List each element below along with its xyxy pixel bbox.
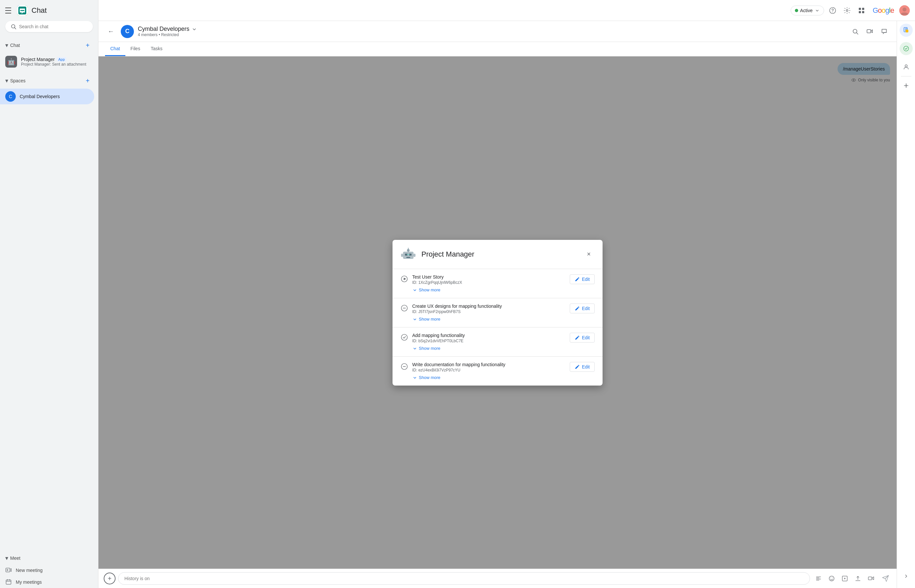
search-input[interactable]	[19, 24, 87, 29]
show-more-2[interactable]: Show more	[400, 317, 595, 322]
show-more-4[interactable]: Show more	[400, 375, 595, 380]
my-meetings-item[interactable]: My meetings	[0, 576, 98, 588]
svg-rect-20	[862, 11, 864, 13]
message-input[interactable]	[118, 572, 810, 585]
svg-point-4	[23, 10, 24, 11]
spaces-section: ▾ Spaces + C Cymbal Developers	[0, 71, 98, 106]
modal-item-2: Create UX designs for mapping functional…	[393, 298, 603, 328]
apps-button[interactable]	[855, 5, 867, 16]
edit-button-3[interactable]: Edit	[570, 333, 595, 342]
modal-item-1: Test User Story ID: 1XcZgrPqqUjnlW6pBczX	[393, 269, 603, 298]
tasks-widget-button[interactable]	[900, 42, 913, 55]
svg-line-24	[857, 32, 858, 34]
emoji-button[interactable]	[826, 573, 837, 585]
modal-item-3-text: Add mapping functionality ID: bSq2vi1dvV…	[412, 333, 564, 343]
status-dash-icon-2	[400, 304, 408, 312]
hamburger-menu-icon[interactable]	[5, 6, 13, 15]
tab-tasks[interactable]: Tasks	[145, 42, 168, 56]
chat-section-title: ▾ Chat	[5, 42, 20, 49]
input-bar: +	[99, 569, 897, 588]
svg-point-42	[401, 334, 407, 340]
user-avatar[interactable]	[899, 5, 910, 16]
sidebar-item-cymbal-developers[interactable]: C Cymbal Developers	[0, 89, 94, 104]
svg-rect-53	[905, 29, 908, 32]
back-button[interactable]: ←	[105, 26, 117, 37]
chevron-down-1-icon	[412, 288, 417, 293]
space-meta: 4 members • Restricted	[138, 32, 849, 37]
people-widget-button[interactable]	[900, 60, 913, 73]
search-bar[interactable]	[5, 21, 93, 32]
modal: Project Manager ×	[393, 240, 603, 386]
cymbal-avatar: C	[5, 91, 16, 102]
status-play-icon	[400, 275, 408, 283]
header-chat-button[interactable]	[878, 26, 890, 37]
svg-point-15	[832, 11, 833, 12]
content-row: ← C Cymbal Developers 4 members • R	[99, 21, 915, 588]
sidebar-header: Chat	[0, 0, 98, 21]
chat-section: ▾ Chat + 🤖 Project Manager App Project M…	[0, 36, 98, 71]
upload-button[interactable]	[852, 573, 864, 585]
modal-item-3-row: Add mapping functionality ID: bSq2vi1dvV…	[400, 333, 595, 343]
status-indicator[interactable]: Active	[791, 6, 824, 15]
add-content-button[interactable]: +	[104, 573, 116, 585]
text-format-button[interactable]	[813, 573, 824, 585]
svg-rect-18	[862, 8, 864, 10]
search-icon	[11, 24, 16, 29]
tab-chat[interactable]: Chat	[105, 42, 125, 56]
svg-point-45	[829, 576, 834, 581]
chat-section-header[interactable]: ▾ Chat +	[0, 37, 98, 53]
edit-button-1[interactable]: Edit	[570, 274, 595, 284]
add-widget-button[interactable]	[900, 79, 913, 92]
robot-icon	[400, 246, 416, 262]
new-meeting-item[interactable]: New meeting	[0, 564, 98, 576]
new-space-button[interactable]: +	[82, 76, 93, 86]
svg-point-16	[846, 10, 848, 11]
svg-rect-10	[6, 580, 11, 584]
app-logo-icon	[17, 5, 27, 16]
modal-header: Project Manager ×	[393, 240, 603, 269]
send-button[interactable]	[879, 573, 891, 585]
svg-marker-39	[404, 278, 406, 280]
settings-button[interactable]	[841, 5, 853, 16]
top-right-bar: Active	[99, 0, 915, 21]
header-search-button[interactable]	[849, 26, 861, 37]
modal-item-4-row: Write documentation for mapping function…	[400, 362, 595, 372]
left-sidebar: Chat ▾ Chat + 🤖	[0, 0, 99, 588]
sidebar-item-project-manager[interactable]: 🤖 Project Manager App Project Manager: S…	[0, 53, 94, 70]
new-meeting-icon	[5, 567, 12, 573]
edit-button-2[interactable]: Edit	[570, 304, 595, 313]
svg-rect-33	[408, 248, 409, 250]
svg-point-55	[905, 65, 907, 67]
edit-button-4[interactable]: Edit	[570, 362, 595, 372]
chevron-down-4-icon	[412, 375, 417, 380]
show-more-3[interactable]: Show more	[400, 346, 595, 351]
header-meet-button[interactable]	[864, 26, 876, 37]
docs-widget-button[interactable]	[900, 24, 913, 37]
svg-point-2	[20, 10, 22, 11]
new-chat-button[interactable]: +	[82, 40, 93, 50]
right-column: Active	[99, 0, 915, 588]
google-logo: Google	[873, 6, 894, 15]
modal-item-2-text: Create UX designs for mapping functional…	[412, 304, 564, 314]
modal-item-4-text: Write documentation for mapping function…	[412, 362, 564, 372]
modal-close-button[interactable]: ×	[583, 249, 595, 260]
meet-section-title: ▾ Meet	[5, 554, 20, 562]
right-sidebar-widgets	[897, 21, 915, 588]
space-info: Cymbal Developers 4 members • Restricted	[138, 26, 849, 37]
tab-files[interactable]: Files	[125, 42, 146, 56]
attachment-button[interactable]	[839, 573, 851, 585]
svg-point-22	[902, 8, 907, 11]
right-sidebar-divider	[901, 76, 912, 76]
tabs: Chat Files Tasks	[99, 42, 897, 57]
video-button[interactable]	[865, 573, 877, 585]
svg-point-3	[22, 10, 23, 11]
space-icon: C	[121, 25, 134, 38]
right-sidebar-expand[interactable]	[900, 570, 913, 585]
svg-rect-34	[401, 254, 403, 257]
svg-line-6	[15, 27, 16, 29]
meet-section-header[interactable]: ▾ Meet	[0, 552, 98, 564]
help-button[interactable]	[827, 5, 839, 16]
spaces-section-header[interactable]: ▾ Spaces +	[0, 73, 98, 89]
show-more-1[interactable]: Show more	[400, 288, 595, 293]
svg-point-54	[904, 46, 909, 51]
